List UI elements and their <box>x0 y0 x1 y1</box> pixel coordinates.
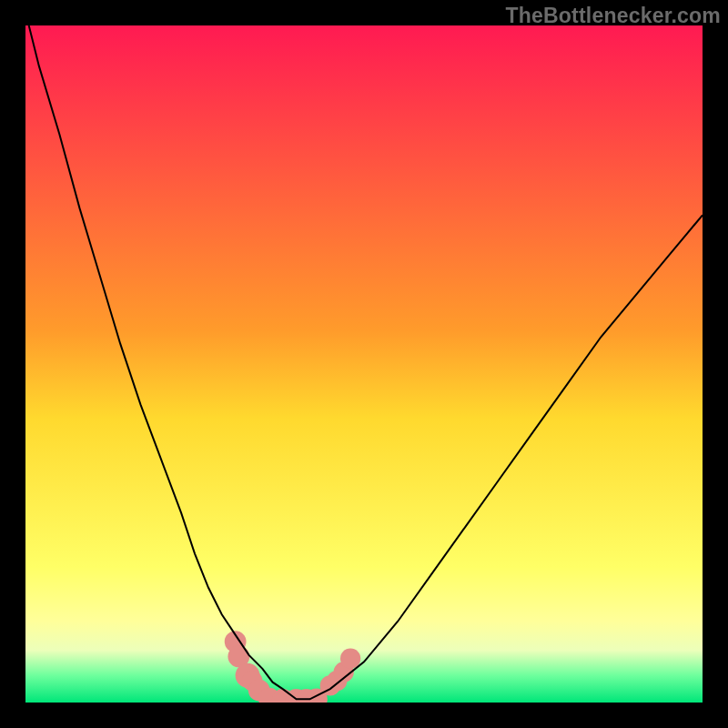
marker-dot <box>340 648 360 668</box>
watermark-text: TheBottlenecker.com <box>506 4 721 28</box>
chart-svg <box>25 25 703 703</box>
chart-frame: TheBottlenecker.com <box>0 0 728 728</box>
chart-plot-area <box>25 25 703 703</box>
